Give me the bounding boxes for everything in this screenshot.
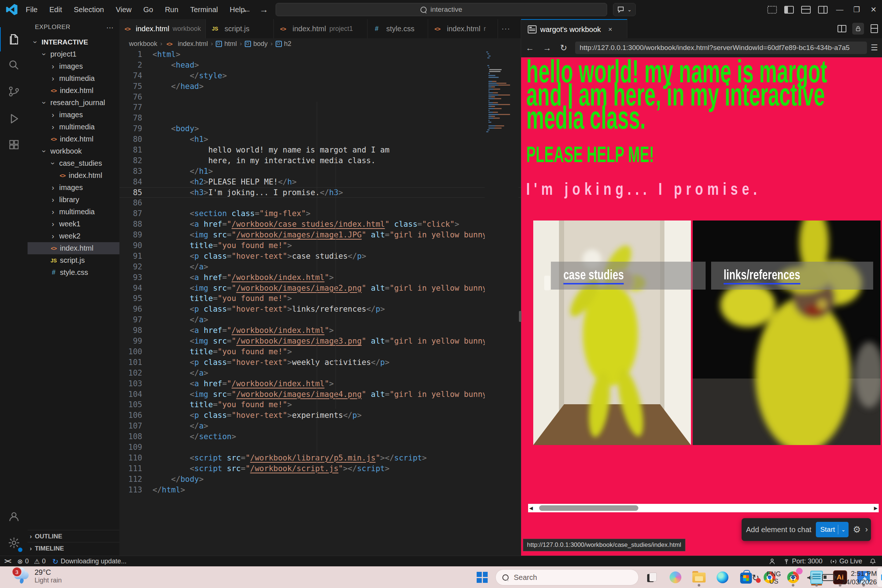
language-indicator[interactable]: ENGUS bbox=[766, 570, 781, 585]
lock-group-button[interactable] bbox=[852, 23, 864, 34]
sidebar-item-run-debug[interactable] bbox=[0, 106, 28, 131]
start-button-windows[interactable] bbox=[472, 568, 492, 587]
tree-item-index-html[interactable]: <>index.html bbox=[28, 170, 119, 182]
code-line-101[interactable]: 101 <p class="hover-text">weekly activit… bbox=[119, 357, 521, 368]
code-line-2[interactable]: 2 <head> bbox=[119, 60, 521, 70]
tree-item-images[interactable]: ›images bbox=[28, 182, 119, 194]
taskbar-search[interactable]: Search bbox=[495, 569, 639, 585]
code-line-89[interactable]: 89 <img src="/workbook/images/image1.JPG… bbox=[119, 230, 521, 240]
tab-index-html-project1[interactable]: <>index.htmlproject1 bbox=[274, 19, 368, 38]
tree-item-images[interactable]: ›images bbox=[28, 109, 119, 121]
go-live-button[interactable]: Go Live bbox=[830, 558, 862, 565]
taskbar-item-task-view[interactable] bbox=[642, 568, 662, 587]
volume-icon[interactable] bbox=[805, 574, 815, 582]
code-line-78[interactable]: 78 bbox=[119, 113, 521, 123]
menu-terminal[interactable]: Terminal bbox=[186, 4, 222, 15]
scrollbar-thumb[interactable] bbox=[539, 506, 638, 511]
accessibility-button[interactable] bbox=[768, 558, 776, 565]
code-line-84[interactable]: 84 <h2>PLEASE HELP ME!</h> bbox=[119, 177, 521, 188]
code-line-1[interactable]: 1<html> bbox=[119, 49, 521, 60]
code-line-106[interactable]: 106 <p class="hover-text">experiments</p… bbox=[119, 410, 521, 421]
tab-script-js[interactable]: JSscript.js bbox=[206, 19, 274, 38]
menu-file[interactable]: File bbox=[21, 4, 42, 15]
code-line-86[interactable]: 86 bbox=[119, 198, 521, 208]
browser-back-icon[interactable]: ← bbox=[525, 43, 534, 53]
tab-overflow-button[interactable]: ··· bbox=[498, 19, 514, 38]
clock[interactable]: 2:51 PM24/03/2026 bbox=[842, 569, 877, 586]
port-status[interactable]: Port: 3000 bbox=[783, 558, 822, 565]
code-line-90[interactable]: 90 title="you found me!"> bbox=[119, 240, 521, 251]
minimize-button[interactable]: — bbox=[831, 0, 848, 19]
code-line-88[interactable]: 88 <a href="/workbook/case_studies/index… bbox=[119, 219, 521, 230]
tab-wargots-workbook[interactable]: wargot's workbook × bbox=[521, 19, 627, 39]
link-card-case-studies[interactable]: case studies bbox=[533, 220, 691, 445]
code-line-82[interactable]: 82 here, in my interactive media class. bbox=[119, 156, 521, 166]
code-line-103[interactable]: 103 <a href="/workbook/index.html"> bbox=[119, 378, 521, 389]
tree-item-week2[interactable]: ›week2 bbox=[28, 230, 119, 242]
minimap[interactable] bbox=[485, 49, 519, 556]
code-line-110[interactable]: 110 <script src="/workbook/library/p5.mi… bbox=[119, 453, 521, 464]
toggle-sidebar-icon[interactable] bbox=[784, 6, 794, 14]
settings-button[interactable] bbox=[0, 531, 28, 555]
browser-reload-icon[interactable]: ↻ bbox=[560, 43, 567, 53]
update-status[interactable]: ↻Downloading update... bbox=[52, 557, 126, 566]
code-line-80[interactable]: 80 <h1> bbox=[119, 134, 521, 145]
menu-run[interactable]: Run bbox=[160, 4, 183, 15]
account-button[interactable] bbox=[0, 504, 28, 528]
code-line-113[interactable]: 113</html> bbox=[119, 485, 521, 495]
sidebar-item-extensions[interactable] bbox=[0, 133, 28, 157]
sidebar-item-explorer[interactable] bbox=[0, 27, 28, 51]
code-line-98[interactable]: 98 <a href="/workbook/index.html"> bbox=[119, 325, 521, 336]
breadcrumb-item-body[interactable]: body bbox=[245, 40, 267, 48]
code-editor[interactable]: 1<html>2 <head>74 </style>75 </head>7677… bbox=[119, 49, 521, 556]
taskbar-item-vscode[interactable] bbox=[877, 567, 882, 587]
menu-selection[interactable]: Selection bbox=[69, 4, 108, 15]
code-line-81[interactable]: 81 hello world! my name is margot and I … bbox=[119, 145, 521, 156]
command-search-box[interactable]: interactive bbox=[276, 3, 607, 16]
tree-item-multimedia[interactable]: ›multimedia bbox=[28, 72, 119, 84]
menu-edit[interactable]: Edit bbox=[45, 4, 66, 15]
taskbar-item-edge[interactable] bbox=[712, 568, 733, 587]
sidebar-item-source-control[interactable] bbox=[0, 80, 28, 104]
start-button[interactable]: Start ⌄ bbox=[816, 522, 849, 537]
toggle-panel-icon[interactable] bbox=[801, 6, 811, 14]
tree-item-index-html[interactable]: <>index.html bbox=[28, 84, 119, 97]
timeline-section[interactable]: › TIMELINE bbox=[28, 542, 119, 555]
tree-item-research-journal[interactable]: ›research_journal bbox=[28, 97, 119, 109]
code-line-76[interactable]: 76 bbox=[119, 92, 521, 102]
onedrive-sync-icon[interactable]: ↻ bbox=[752, 573, 759, 583]
code-line-75[interactable]: 75 </head> bbox=[119, 81, 521, 92]
menu-go[interactable]: Go bbox=[139, 4, 158, 15]
tree-item-case-studies[interactable]: ›case_studies bbox=[28, 157, 119, 170]
notifications-button[interactable] bbox=[870, 558, 876, 565]
close-icon[interactable]: × bbox=[608, 26, 612, 33]
scroll-left-arrow[interactable]: ◀ bbox=[528, 506, 534, 511]
outline-section[interactable]: › OUTLINE bbox=[28, 530, 119, 542]
code-line-111[interactable]: 111 <script src="/workbook/script.js"></… bbox=[119, 464, 521, 474]
code-line-109[interactable]: 109 bbox=[119, 442, 521, 453]
sash-grip[interactable] bbox=[519, 311, 522, 322]
weather-widget[interactable]: 3 29°C Light rain bbox=[13, 568, 62, 584]
code-line-79[interactable]: 79 <body> bbox=[119, 123, 521, 134]
tree-item-week1[interactable]: ›week1 bbox=[28, 218, 119, 230]
forward-arrow-icon[interactable]: → bbox=[260, 4, 268, 15]
code-line-96[interactable]: 96 <p class="hover-text">links/reference… bbox=[119, 304, 521, 315]
breadcrumb-item-index-html[interactable]: <>index.html bbox=[165, 40, 208, 48]
hidden-icons-chevron[interactable]: ⌃ bbox=[740, 574, 744, 581]
code-line-85[interactable]: 85 <h3>I'm joking... I promise.</h3> bbox=[119, 188, 521, 198]
code-line-112[interactable]: 112 </body> bbox=[119, 474, 521, 485]
code-line-105[interactable]: 105 title="you found me!"> bbox=[119, 399, 521, 410]
tab-index-html-workbook[interactable]: <>index.htmlworkbook× bbox=[119, 19, 206, 38]
tree-item-style-css[interactable]: #style.css bbox=[28, 266, 119, 279]
browser-forward-icon[interactable]: → bbox=[543, 43, 551, 53]
tree-item-library[interactable]: ›library bbox=[28, 194, 119, 206]
tree-item-multimedia[interactable]: ›multimedia bbox=[28, 206, 119, 218]
code-line-108[interactable]: 108 </section> bbox=[119, 432, 521, 442]
toggle-secondary-sidebar-icon[interactable] bbox=[818, 6, 828, 14]
tree-item-index-html[interactable]: <>index.html bbox=[28, 242, 119, 254]
customize-layout-icon[interactable] bbox=[767, 6, 777, 14]
code-line-107[interactable]: 107 </a> bbox=[119, 421, 521, 432]
tree-item-workbook[interactable]: ›workbook bbox=[28, 145, 119, 157]
breadcrumb-item-html[interactable]: html bbox=[216, 40, 237, 48]
code-line-87[interactable]: 87 <section class="img-flex"> bbox=[119, 208, 521, 219]
